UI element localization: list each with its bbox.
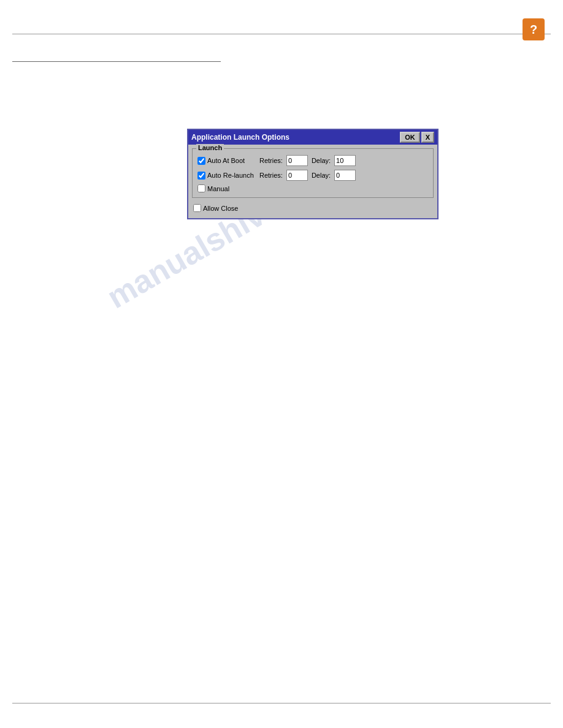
auto-relaunch-delay-label: Delay: [312,172,331,179]
auto-relaunch-label[interactable]: Auto Re-launch [197,172,256,180]
bottom-border [12,703,551,703]
ok-button[interactable]: OK [400,132,420,143]
manual-label[interactable]: Manual [197,184,256,192]
auto-relaunch-delay-input[interactable] [334,170,356,181]
auto-relaunch-text: Auto Re-launch [207,172,254,179]
auto-at-boot-retries-input[interactable] [286,155,308,166]
auto-at-boot-delay-label: Delay: [312,157,331,164]
top-border [12,34,551,34]
auto-relaunch-retries-input[interactable] [286,170,308,181]
allow-close-row: Allow Close [192,202,434,214]
manual-row: Manual [197,184,428,192]
application-launch-options-dialog: Application Launch Options OK X Launch A… [187,129,439,219]
dialog-body: Launch Auto At Boot Retries: Delay: [188,145,437,218]
auto-relaunch-row: Auto Re-launch Retries: Delay: [197,170,428,181]
auto-at-boot-checkbox[interactable] [197,157,205,165]
auto-relaunch-retries-label: Retries: [259,172,283,179]
dialog-title: Application Launch Options [191,133,289,142]
section-line [12,61,221,62]
launch-group: Launch Auto At Boot Retries: Delay: [192,148,434,198]
help-icon-label: ? [530,23,537,37]
allow-close-checkbox[interactable] [193,204,201,212]
dialog-title-bar: Application Launch Options OK X [188,130,437,145]
auto-at-boot-delay-input[interactable] [334,155,356,166]
close-button[interactable]: X [421,132,434,143]
auto-at-boot-row: Auto At Boot Retries: Delay: [197,155,428,166]
launch-group-legend: Launch [196,144,224,151]
allow-close-text: Allow Close [203,205,238,212]
auto-at-boot-label[interactable]: Auto At Boot [197,157,256,165]
auto-at-boot-retries-label: Retries: [259,157,283,164]
manual-text: Manual [207,185,229,192]
dialog-wrapper: Application Launch Options OK X Launch A… [187,129,439,219]
dialog-title-buttons: OK X [400,132,434,143]
help-icon[interactable]: ? [523,18,545,40]
auto-relaunch-checkbox[interactable] [197,172,205,180]
manual-checkbox[interactable] [197,184,205,192]
auto-at-boot-text: Auto At Boot [207,157,245,164]
allow-close-label[interactable]: Allow Close [193,204,238,212]
